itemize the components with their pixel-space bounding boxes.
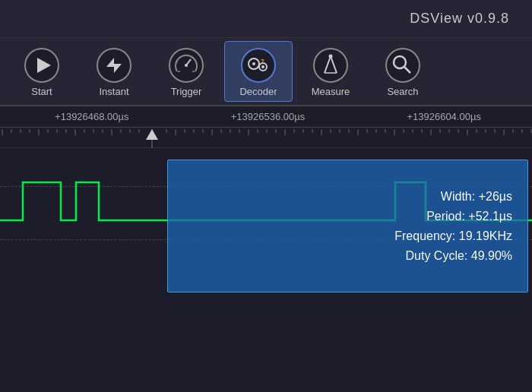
period-row: Period: +52.1µs	[183, 210, 512, 223]
frequency-row: Frequency: 19.19KHz	[183, 229, 512, 243]
svg-point-13	[261, 65, 264, 68]
time-label-2: +13926604.00µs	[356, 111, 532, 122]
trigger-icon	[167, 46, 205, 84]
trigger-button[interactable]: Trigger	[152, 41, 220, 102]
svg-text:?: ?	[261, 58, 264, 65]
search-icon	[384, 46, 422, 84]
frequency-value: 19.19KHz	[459, 229, 512, 242]
instant-label: Instant	[99, 86, 128, 97]
title-bar: DSView v0.9.8	[0, 0, 532, 38]
start-label: Start	[31, 86, 52, 97]
width-label: Width:	[441, 190, 475, 203]
duty-value: 49.90%	[471, 249, 512, 262]
decoder-label: Decoder	[239, 86, 277, 97]
timeline-labels: +13926468.00µs +13926536.00µs +13926604.…	[0, 106, 532, 127]
timeline-ruler	[0, 127, 532, 147]
trigger-label: Trigger	[171, 86, 202, 97]
svg-point-20	[386, 49, 420, 82]
period-label: Period:	[426, 210, 465, 223]
width-value: +26µs	[479, 190, 512, 203]
svg-point-6	[185, 64, 188, 67]
instant-icon	[95, 46, 133, 84]
measurement-overlay: Width: +26µs Period: +52.1µs Frequency: …	[167, 160, 528, 292]
svg-point-15	[314, 49, 347, 82]
measure-button[interactable]: Measure	[296, 41, 365, 102]
instant-button[interactable]: Instant	[80, 41, 148, 102]
width-row: Width: +26µs	[183, 190, 512, 204]
main-signal-area: Width: +26µs Period: +52.1µs Frequency: …	[0, 148, 532, 391]
app-title: DSView v0.9.8	[410, 11, 509, 27]
search-button[interactable]: Search	[369, 41, 437, 102]
search-label: Search	[387, 86, 418, 97]
time-label-1: +13926536.00µs	[180, 111, 356, 122]
duty-label: Duty Cycle:	[405, 249, 467, 262]
frequency-label: Frequency:	[394, 229, 455, 242]
duty-row: Duty Cycle: 49.90%	[183, 249, 512, 263]
app-container: DSView v0.9.8 Start Instant	[0, 0, 532, 392]
decoder-icon: ?	[239, 46, 277, 84]
decoder-button[interactable]: ? Decoder	[224, 41, 293, 102]
start-icon	[23, 46, 61, 84]
svg-point-19	[329, 54, 333, 58]
measure-icon	[312, 46, 350, 84]
time-label-0: +13926468.00µs	[4, 111, 180, 122]
timeline-area: +13926468.00µs +13926536.00µs +13926604.…	[0, 106, 532, 148]
period-value: +52.1µs	[468, 210, 512, 223]
toolbar: Start Instant	[0, 38, 532, 106]
measure-label: Measure	[312, 86, 350, 97]
svg-point-11	[252, 62, 255, 65]
start-button[interactable]: Start	[8, 41, 76, 102]
